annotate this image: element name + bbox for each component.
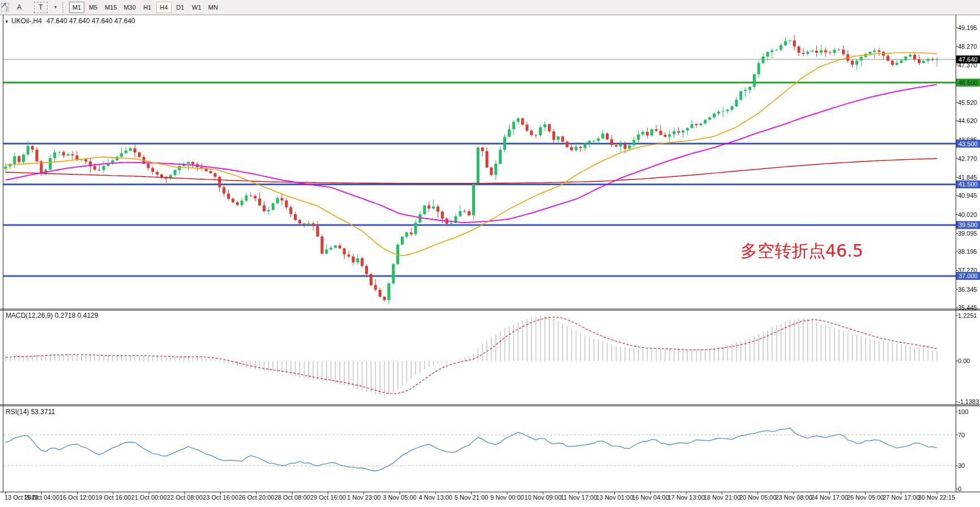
- x-tick-label[interactable]: 26 Oct 20:00: [238, 494, 274, 501]
- candle-body: [31, 146, 34, 150]
- candle-body: [686, 128, 689, 130]
- candle-body: [320, 236, 323, 253]
- candle-body: [704, 120, 707, 123]
- x-tick-label[interactable]: 27 Nov 17:00: [883, 494, 919, 501]
- candle-body: [450, 223, 453, 223]
- candle-body: [691, 124, 694, 128]
- x-tick-label[interactable]: 15 Oct 04:00: [24, 494, 59, 501]
- timeframe-button-d1[interactable]: D1: [173, 2, 188, 13]
- candle-body: [49, 158, 52, 169]
- y-tick-label: 38.195: [958, 248, 977, 255]
- periods-toolbar-grip-icon[interactable]: [62, 2, 65, 12]
- candle-body: [232, 199, 234, 202]
- candle-body: [744, 90, 747, 91]
- trading-chart-window: 49.19548.27047.37045.52044.62043.68542.7…: [0, 0, 980, 507]
- x-tick-label[interactable]: 21 Oct 00:00: [131, 494, 167, 501]
- macd-tick-label: -1.1383: [958, 398, 979, 405]
- candle-body: [178, 166, 181, 170]
- timeframe-button-m30[interactable]: M30: [121, 2, 138, 13]
- candle-body: [811, 51, 814, 52]
- x-tick-label[interactable]: 23 Oct 16:00: [203, 494, 238, 501]
- candle-body: [414, 223, 417, 234]
- candle-body: [931, 59, 934, 59]
- timeframe-button-w1[interactable]: W1: [189, 2, 204, 13]
- arrows-tool-button[interactable]: ▾: [53, 5, 57, 10]
- candle-body: [98, 170, 101, 171]
- x-tick-label[interactable]: 10 Nov 09:00: [524, 494, 561, 501]
- candle-body: [387, 283, 390, 300]
- timeframe-button-h1[interactable]: H1: [140, 2, 155, 13]
- timeframe-button-m1[interactable]: M1: [69, 2, 84, 13]
- candle-body: [655, 129, 658, 131]
- candle-body: [575, 147, 577, 150]
- x-tick-label[interactable]: 23 Nov 08:00: [775, 494, 812, 501]
- timeframe-button-m5[interactable]: M5: [85, 2, 101, 13]
- x-tick-label[interactable]: 16 Nov 04:00: [632, 494, 669, 501]
- candle-body: [632, 140, 635, 146]
- price-label-text: 43.500: [958, 140, 978, 147]
- rsi-tick-label: 70: [958, 432, 965, 438]
- x-tick-label[interactable]: 29 Oct 16:00: [310, 494, 346, 501]
- candle-body: [356, 258, 359, 262]
- candle-body: [713, 113, 716, 117]
- candle-body: [584, 143, 587, 148]
- timeframe-button-m15[interactable]: M15: [102, 2, 119, 13]
- x-tick-label[interactable]: 18 Nov 21:00: [704, 494, 741, 501]
- candle-body: [147, 164, 149, 168]
- candle-body: [668, 134, 671, 137]
- candle-body: [13, 156, 16, 164]
- timeframe-button-h4[interactable]: H4: [156, 2, 172, 13]
- x-tick-label[interactable]: 24 Nov 17:00: [811, 494, 848, 501]
- candle-body: [927, 59, 930, 61]
- x-tick-label[interactable]: 26 Nov 05:00: [847, 494, 884, 501]
- x-tick-label[interactable]: 30 Nov 22:15: [918, 494, 955, 501]
- candle-body: [71, 154, 74, 155]
- candle-body: [115, 157, 118, 160]
- price-label-text: 37.000: [958, 272, 978, 279]
- candle-body: [521, 118, 524, 125]
- x-tick-label[interactable]: 20 Nov 05:00: [739, 494, 776, 501]
- timeframe-button-mn[interactable]: MN: [206, 2, 221, 13]
- candle-body: [918, 59, 921, 63]
- candle-body: [213, 173, 216, 177]
- candle-body: [468, 211, 470, 215]
- candle-body: [873, 50, 876, 52]
- x-tick-label[interactable]: 9 Nov 00:00: [490, 494, 524, 501]
- candle-body: [601, 134, 604, 139]
- candle-body: [334, 245, 337, 248]
- candle-body: [289, 207, 292, 214]
- x-tick-label[interactable]: 1 Nov 23:00: [347, 494, 380, 501]
- y-tick-label: 36.345: [958, 286, 977, 293]
- x-tick-label[interactable]: 4 Nov 13:00: [419, 494, 452, 501]
- x-tick-label[interactable]: 13 Nov 01:00: [596, 494, 633, 501]
- collapse-arrow-icon[interactable]: ▼: [5, 19, 9, 24]
- candle-body: [717, 112, 720, 113]
- candle-body: [896, 63, 898, 65]
- candle-body: [802, 53, 804, 54]
- x-tick-label[interactable]: 22 Oct 08:00: [167, 494, 203, 501]
- text-label-tool-button[interactable]: A: [12, 2, 26, 13]
- candle-body: [793, 40, 796, 46]
- candle-body: [789, 40, 791, 41]
- candle-body: [682, 130, 684, 133]
- macd-indicator-label: MACD(12,26,9) 0.2718 0.4129: [6, 312, 98, 319]
- candle-body: [641, 132, 644, 134]
- candle-body: [102, 166, 105, 170]
- x-tick-label[interactable]: 11 Nov 17:00: [560, 494, 597, 501]
- x-tick-label[interactable]: 19 Oct 16:00: [95, 494, 131, 501]
- x-tick-label[interactable]: 17 Nov 13:00: [667, 494, 704, 501]
- x-tick-label[interactable]: 28 Oct 08:00: [275, 494, 310, 501]
- candle-body: [294, 214, 297, 220]
- x-tick-label[interactable]: 16 Oct 12:00: [59, 494, 95, 501]
- candle-body: [343, 248, 346, 254]
- candle-body: [673, 131, 675, 135]
- price-label-text: 39.500: [958, 221, 978, 228]
- candle-body: [806, 52, 809, 54]
- candle-body: [84, 159, 87, 161]
- candle-body: [58, 152, 61, 152]
- text-tool-button[interactable]: T: [34, 2, 48, 13]
- candle-body: [820, 50, 823, 53]
- x-tick-label[interactable]: 5 Nov 21:00: [455, 494, 488, 501]
- x-tick-label[interactable]: 3 Nov 05:00: [383, 494, 416, 501]
- macd-tick-label: 1.2251: [958, 312, 977, 319]
